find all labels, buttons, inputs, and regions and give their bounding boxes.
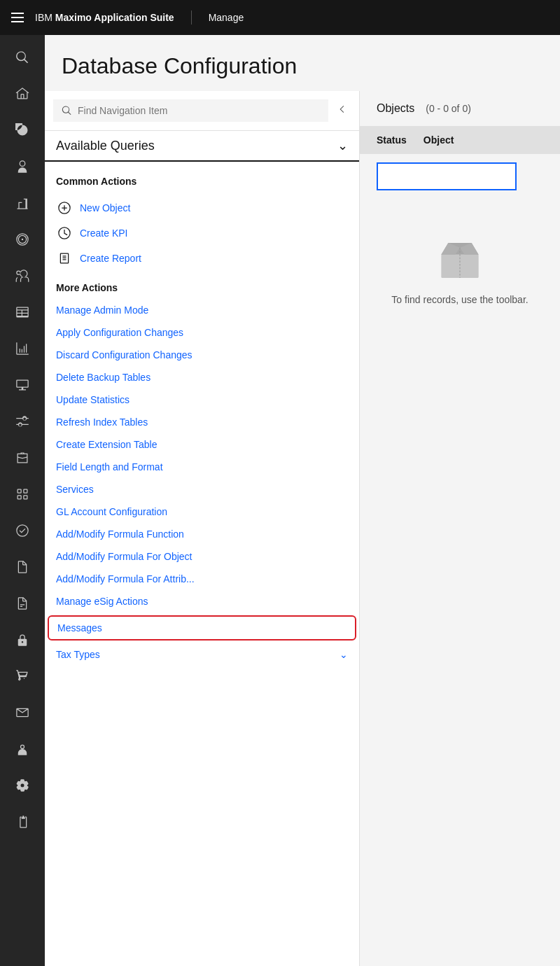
sidebar-icon-chart-bar[interactable] bbox=[6, 186, 39, 220]
right-panel: Objects (0 - 0 of 0) Status Object bbox=[360, 91, 560, 966]
gl-account-item[interactable]: GL Account Configuration bbox=[56, 500, 348, 523]
new-object-icon bbox=[56, 200, 73, 216]
collapse-button[interactable] bbox=[334, 101, 351, 120]
new-object-item[interactable]: New Object bbox=[56, 195, 348, 220]
sidebar-icon-checkmark[interactable] bbox=[6, 514, 39, 547]
more-actions-label: More Actions bbox=[56, 282, 348, 293]
queries-label: Available Queries bbox=[56, 139, 155, 153]
delete-backup-item[interactable]: Delete Backup Tables bbox=[56, 366, 348, 388]
sidebar-icon-lock[interactable] bbox=[6, 623, 39, 657]
discard-config-item[interactable]: Discard Configuration Changes bbox=[56, 344, 348, 366]
empty-box-icon bbox=[432, 232, 488, 281]
empty-text: To find records, use the toolbar. bbox=[391, 293, 528, 307]
page-header: Database Configuration bbox=[45, 35, 560, 91]
common-actions-label: Common Actions bbox=[56, 176, 348, 187]
nav-divider bbox=[191, 10, 192, 24]
sidebar-icon-document[interactable] bbox=[6, 550, 39, 584]
sidebar-icon-user[interactable] bbox=[6, 150, 39, 183]
queries-dropdown-icon: ⌄ bbox=[337, 138, 348, 153]
add-formula-obj-item[interactable]: Add/Modify Formula For Object bbox=[56, 545, 348, 568]
table-header: Status Object bbox=[360, 126, 560, 154]
hamburger-button[interactable] bbox=[11, 13, 24, 22]
objects-label: Objects bbox=[377, 102, 414, 115]
create-report-icon bbox=[56, 250, 73, 267]
brand-label: IBM Maximo Application Suite bbox=[35, 12, 174, 23]
sidebar-icon-group[interactable] bbox=[6, 259, 39, 293]
object-search-input[interactable] bbox=[377, 162, 517, 190]
add-formula-fn-item[interactable]: Add/Modify Formula Function bbox=[56, 523, 348, 545]
main-content: Database Configuration Available Queries bbox=[45, 35, 560, 966]
nav-menu: Common Actions New Object Create KPI bbox=[45, 162, 359, 966]
services-item[interactable]: Services bbox=[56, 478, 348, 500]
create-kpi-label: Create KPI bbox=[80, 227, 127, 239]
sidebar-icon-target[interactable] bbox=[6, 223, 39, 256]
field-length-item[interactable]: Field Length and Format bbox=[56, 456, 348, 478]
col-status: Status bbox=[377, 134, 407, 146]
create-extension-item[interactable]: Create Extension Table bbox=[56, 433, 348, 456]
messages-item[interactable]: Messages bbox=[48, 615, 356, 640]
objects-header: Objects (0 - 0 of 0) bbox=[360, 91, 560, 126]
sidebar-icon-settings-adjust[interactable] bbox=[6, 405, 39, 438]
content-area: Available Queries ⌄ Common Actions New O… bbox=[45, 91, 560, 966]
sidebar-icon-cart[interactable] bbox=[6, 659, 39, 693]
sidebar-icon-email[interactable] bbox=[6, 696, 39, 729]
sidebar-icon-clipboard[interactable] bbox=[6, 805, 39, 839]
sidebar-icon-home[interactable] bbox=[6, 77, 39, 111]
sidebar-icon-settings[interactable] bbox=[6, 769, 39, 802]
sidebar-icon-chart-column[interactable] bbox=[6, 332, 39, 365]
search-bar bbox=[53, 99, 328, 122]
create-kpi-item[interactable]: Create KPI bbox=[56, 220, 348, 246]
tax-types-arrow-icon: ⌄ bbox=[340, 649, 348, 660]
top-nav: IBM Maximo Application Suite Manage bbox=[0, 0, 560, 35]
sidebar-icon-briefcase[interactable] bbox=[6, 441, 39, 475]
search-icon bbox=[62, 105, 72, 116]
apply-config-item[interactable]: Apply Configuration Changes bbox=[56, 321, 348, 344]
manage-admin-item[interactable]: Manage Admin Mode bbox=[56, 299, 348, 321]
sidebar-icon-history[interactable] bbox=[6, 113, 39, 147]
left-sidebar bbox=[0, 35, 45, 966]
sidebar-icon-table[interactable] bbox=[6, 295, 39, 329]
nav-panel: Available Queries ⌄ Common Actions New O… bbox=[45, 91, 360, 966]
new-object-label: New Object bbox=[80, 202, 130, 214]
sidebar-icon-search[interactable] bbox=[6, 41, 39, 74]
tax-types-label: Tax Types bbox=[56, 649, 100, 660]
create-report-label: Create Report bbox=[80, 253, 141, 264]
search-input-row bbox=[360, 154, 560, 199]
empty-state: To find records, use the toolbar. bbox=[360, 199, 560, 341]
create-kpi-icon bbox=[56, 225, 73, 241]
sidebar-icon-grid[interactable] bbox=[6, 477, 39, 511]
col-object: Object bbox=[424, 134, 454, 146]
sidebar-icon-monitor[interactable] bbox=[6, 368, 39, 402]
objects-count: (0 - 0 of 0) bbox=[426, 103, 471, 114]
page-title: Database Configuration bbox=[62, 52, 543, 80]
queries-dropdown[interactable]: Available Queries ⌄ bbox=[45, 131, 359, 162]
update-stats-item[interactable]: Update Statistics bbox=[56, 388, 348, 411]
sidebar-icon-document-list[interactable] bbox=[6, 587, 39, 620]
manage-esig-item[interactable]: Manage eSig Actions bbox=[56, 590, 348, 612]
svg-point-0 bbox=[22, 239, 24, 241]
search-bar-wrapper bbox=[45, 91, 359, 131]
tax-types-item[interactable]: Tax Types ⌄ bbox=[56, 643, 348, 666]
create-report-item[interactable]: Create Report bbox=[56, 246, 348, 271]
refresh-index-item[interactable]: Refresh Index Tables bbox=[56, 411, 348, 433]
sidebar-icon-user-group[interactable] bbox=[6, 732, 39, 766]
sub-app-label: Manage bbox=[209, 12, 244, 23]
add-formula-attrib-item[interactable]: Add/Modify Formula For Attrib... bbox=[56, 568, 348, 590]
search-input[interactable] bbox=[78, 105, 320, 116]
